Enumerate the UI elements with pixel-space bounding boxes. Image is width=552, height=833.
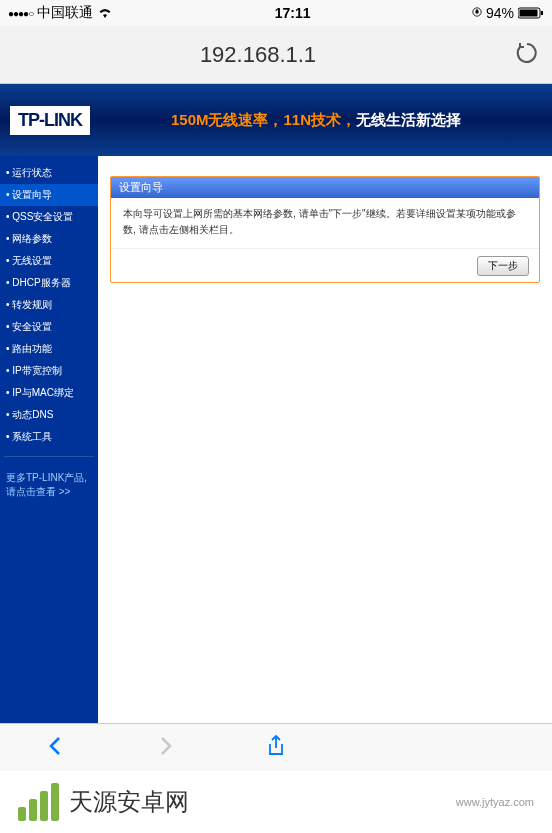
sidebar-nav: 运行状态 设置向导 QSS安全设置 网络参数 无线设置 DHCP服务器 转发规则… [0, 156, 98, 726]
signal-strength-icon: ●●●●○ [8, 8, 33, 19]
clock-time: 17:11 [113, 5, 472, 21]
sidebar-item-bandwidth[interactable]: IP带宽控制 [0, 360, 98, 382]
sidebar-item-status[interactable]: 运行状态 [0, 162, 98, 184]
browser-address-bar: 192.168.1.1 [0, 26, 552, 84]
sidebar-item-wireless[interactable]: 无线设置 [0, 250, 98, 272]
wizard-body-text: 本向导可设置上网所需的基本网络参数, 请单击"下一步"继续。若要详细设置某项功能… [111, 198, 539, 248]
svg-rect-2 [520, 10, 538, 17]
sidebar-item-qss[interactable]: QSS安全设置 [0, 206, 98, 228]
url-field[interactable]: 192.168.1.1 [12, 42, 504, 68]
sidebar-item-network[interactable]: 网络参数 [0, 228, 98, 250]
status-left: ●●●●○ 中国联通 [8, 4, 113, 22]
sidebar-item-routing[interactable]: 路由功能 [0, 338, 98, 360]
header-tagline: 150M无线速率，11N技术，无线生活新选择 [90, 111, 542, 130]
svg-rect-3 [541, 11, 543, 15]
forward-button[interactable] [154, 734, 178, 762]
tagline-rest: 无线生活新选择 [356, 111, 461, 128]
reload-icon[interactable] [514, 40, 540, 70]
wizard-footer: 下一步 [111, 248, 539, 282]
browser-toolbar [0, 723, 552, 771]
battery-icon [518, 7, 544, 19]
orientation-lock-icon [472, 5, 482, 21]
sidebar-footer-text: 更多TP-LINK产品, [6, 471, 92, 485]
sidebar-footer-link[interactable]: 请点击查看 >> [6, 485, 92, 499]
next-button[interactable]: 下一步 [477, 256, 529, 276]
sidebar-item-system[interactable]: 系统工具 [0, 426, 98, 448]
sidebar-item-ddns[interactable]: 动态DNS [0, 404, 98, 426]
content-wrapper: 运行状态 设置向导 QSS安全设置 网络参数 无线设置 DHCP服务器 转发规则… [0, 156, 552, 726]
share-button[interactable] [264, 734, 288, 762]
sidebar-item-forward[interactable]: 转发规则 [0, 294, 98, 316]
status-right: 94% [472, 5, 544, 21]
battery-percent: 94% [486, 5, 514, 21]
wizard-box: 设置向导 本向导可设置上网所需的基本网络参数, 请单击"下一步"继续。若要详细设… [110, 176, 540, 283]
sidebar-item-wizard[interactable]: 设置向导 [0, 184, 98, 206]
main-panel: 设置向导 本向导可设置上网所需的基本网络参数, 请单击"下一步"继续。若要详细设… [98, 156, 552, 726]
tagline-highlight: 150M无线速率，11N技术， [171, 111, 356, 128]
router-page-header: TP-LINK 150M无线速率，11N技术，无线生活新选择 [0, 84, 552, 156]
tplink-logo: TP-LINK [10, 106, 90, 135]
carrier-label: 中国联通 [37, 4, 93, 22]
status-bar: ●●●●○ 中国联通 17:11 94% [0, 0, 552, 26]
watermark-url: www.jytyaz.com [456, 796, 534, 808]
back-button[interactable] [43, 734, 67, 762]
sidebar-item-security[interactable]: 安全设置 [0, 316, 98, 338]
sidebar-item-dhcp[interactable]: DHCP服务器 [0, 272, 98, 294]
watermark-brand: 天源安卓网 [69, 786, 189, 818]
sidebar-footer: 更多TP-LINK产品, 请点击查看 >> [0, 465, 98, 505]
watermark-logo-icon [18, 783, 59, 821]
sidebar-divider [4, 456, 94, 457]
watermark: 天源安卓网 www.jytyaz.com [0, 771, 552, 833]
sidebar-item-ipmac[interactable]: IP与MAC绑定 [0, 382, 98, 404]
wifi-icon [97, 5, 113, 21]
wizard-title: 设置向导 [111, 177, 539, 198]
